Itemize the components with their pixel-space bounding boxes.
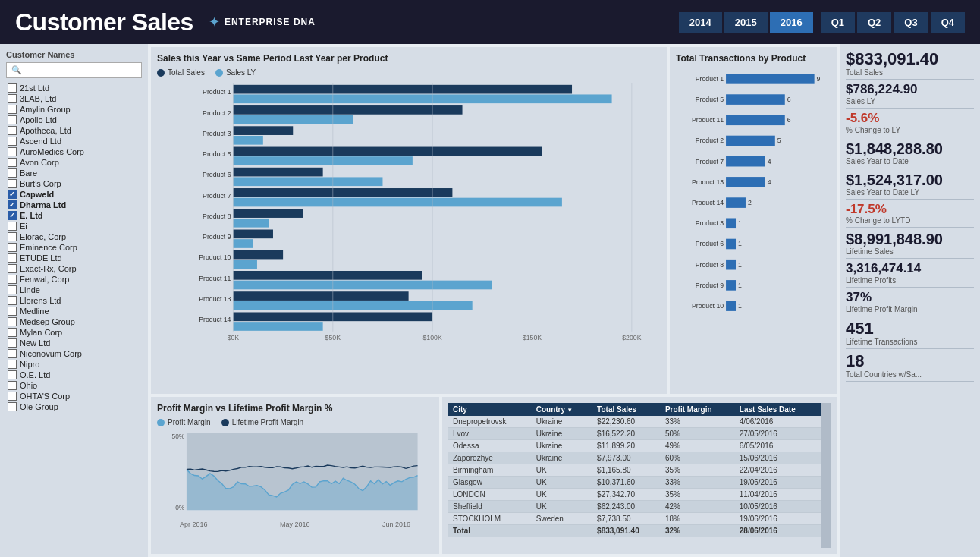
table-row[interactable]: ZaporozhyeUkraine$7,973.0060%15/06/2016 — [448, 452, 821, 464]
customer-checkbox[interactable] — [8, 83, 17, 93]
year-2016-button[interactable]: 2016 — [770, 12, 813, 33]
search-box[interactable]: 🔍 — [6, 62, 142, 78]
customer-item[interactable]: Medline — [6, 306, 142, 316]
customer-checkbox[interactable] — [8, 317, 17, 326]
svg-rect-77 — [726, 280, 736, 291]
customer-item[interactable]: Eminence Corp — [6, 242, 142, 253]
customer-checkbox[interactable] — [8, 402, 17, 411]
customer-item[interactable]: Ohio — [6, 380, 142, 391]
customer-item[interactable]: ETUDE Ltd — [6, 253, 142, 263]
kpi-item-8: 37%Lifetime Profit Margin — [846, 291, 974, 316]
customer-checkbox[interactable] — [8, 381, 17, 390]
customer-name: Nipro — [20, 360, 39, 369]
customer-checkbox[interactable] — [8, 328, 17, 337]
data-table: CityCountry ▼Total SalesProfit MarginLas… — [448, 403, 821, 537]
customer-checkbox[interactable] — [8, 285, 17, 294]
customer-checkbox[interactable] — [8, 360, 17, 369]
svg-text:1: 1 — [738, 240, 742, 247]
customer-item[interactable]: Exact-Rx, Corp — [6, 263, 142, 274]
bar-chart-area: Product 1Product 2Product 3Product 5Prod… — [157, 80, 661, 353]
customer-name: Apollo Ltd — [20, 115, 57, 124]
customer-item[interactable]: Ei — [6, 221, 142, 231]
customer-item[interactable]: Mylan Corp — [6, 327, 142, 338]
customer-checkbox[interactable] — [8, 370, 17, 379]
customer-checkbox[interactable] — [8, 222, 17, 231]
kpi-value-1: $786,224.90 — [846, 83, 974, 97]
customer-item[interactable]: Fenwal, Corp — [6, 274, 142, 285]
table-cell: Ukraine — [532, 440, 592, 452]
q4-button[interactable]: Q4 — [931, 12, 965, 33]
table-row[interactable]: STOCKHOLMSweden$7,738.5018%19/06/2016 — [448, 513, 821, 525]
customer-item[interactable]: O.E. Ltd — [6, 370, 142, 380]
customer-checkbox[interactable]: ✓ — [8, 190, 17, 199]
q1-button[interactable]: Q1 — [821, 12, 855, 33]
table-cell: 19/06/2016 — [735, 513, 821, 525]
kpi-item-7: 3,316,474.14Lifetime Profits — [846, 262, 974, 288]
customer-checkbox[interactable] — [8, 105, 17, 114]
customer-item[interactable]: Apollo Ltd — [6, 115, 142, 125]
customer-checkbox[interactable]: ✓ — [8, 200, 17, 209]
table-row[interactable]: LvovUkraine$16,522.2050%27/05/2016 — [448, 428, 821, 440]
customer-checkbox[interactable] — [8, 296, 17, 305]
table-row[interactable]: GlasgowUK$10,371.6033%19/06/2016 — [448, 477, 821, 489]
customer-item[interactable]: Amylin Group — [6, 104, 142, 115]
year-2014-button[interactable]: 2014 — [679, 12, 722, 33]
customer-checkbox[interactable] — [8, 392, 17, 401]
customer-checkbox[interactable] — [8, 168, 17, 178]
customer-checkbox[interactable] — [8, 179, 17, 188]
year-2015-button[interactable]: 2015 — [724, 12, 768, 33]
customer-item[interactable]: Llorens Ltd — [6, 295, 142, 306]
customer-item[interactable]: Bare — [6, 168, 142, 178]
table-row[interactable]: DnepropetrovskUkraine$22,230.6033%4/06/2… — [448, 416, 821, 428]
customer-checkbox[interactable] — [8, 137, 17, 146]
customer-item[interactable]: ✓Dharma Ltd — [6, 200, 142, 210]
customer-item[interactable]: 21st Ltd — [6, 83, 142, 93]
kpi-value-8: 37% — [846, 291, 974, 305]
svg-text:Product 14: Product 14 — [692, 199, 724, 206]
content-area: Sales this Year vs Same Period Last Year… — [148, 44, 840, 557]
bar-chart-svg: Product 1Product 2Product 3Product 5Prod… — [157, 80, 661, 353]
customer-item[interactable]: ✓Capweld — [6, 189, 142, 200]
customer-checkbox[interactable] — [8, 147, 17, 156]
customer-checkbox[interactable] — [8, 126, 17, 135]
table-row[interactable]: LONDONUK$27,342.7035%11/04/2016 — [448, 489, 821, 501]
table-scrollbar[interactable] — [821, 403, 831, 548]
customer-item[interactable]: Linde — [6, 285, 142, 295]
kpi-label-9: Lifetime Transactions — [846, 338, 974, 349]
customer-item[interactable]: Nipro — [6, 359, 142, 370]
customer-item[interactable]: OHTA'S Corp — [6, 391, 142, 401]
svg-text:0%: 0% — [175, 504, 185, 511]
q3-button[interactable]: Q3 — [894, 12, 928, 33]
search-input[interactable] — [25, 66, 137, 75]
customer-checkbox[interactable] — [8, 115, 17, 124]
customer-item[interactable]: Ole Group — [6, 401, 142, 412]
customer-checkbox[interactable] — [8, 264, 17, 273]
customer-checkbox[interactable] — [8, 253, 17, 263]
customer-item[interactable]: Elorac, Corp — [6, 231, 142, 242]
customer-checkbox[interactable] — [8, 349, 17, 358]
customer-checkbox[interactable] — [8, 338, 17, 348]
customer-checkbox[interactable] — [8, 232, 17, 241]
total-cell: $833,091.40 — [592, 525, 661, 537]
customer-item[interactable]: Avon Corp — [6, 157, 142, 168]
customer-item[interactable]: Medsep Group — [6, 316, 142, 327]
customer-checkbox[interactable] — [8, 275, 17, 284]
customer-checkbox[interactable]: ✓ — [8, 211, 17, 220]
customer-item[interactable]: ✓E. Ltd — [6, 210, 142, 221]
table-row[interactable]: BirminghamUK$1,165.8035%22/04/2016 — [448, 464, 821, 477]
customer-checkbox[interactable] — [8, 158, 17, 167]
customer-checkbox[interactable] — [8, 307, 17, 316]
customer-item[interactable]: Burt's Corp — [6, 178, 142, 189]
customer-item[interactable]: Apotheca, Ltd — [6, 125, 142, 136]
table-row[interactable]: SheffieldUK$62,243.0042%10/05/2016 — [448, 501, 821, 513]
q2-button[interactable]: Q2 — [857, 12, 891, 33]
profit-x-apr: Apr 2016 — [180, 521, 208, 528]
customer-item[interactable]: Ascend Ltd — [6, 136, 142, 146]
customer-item[interactable]: AuroMedics Corp — [6, 146, 142, 157]
customer-item[interactable]: 3LAB, Ltd — [6, 93, 142, 104]
customer-item[interactable]: Niconovum Corp — [6, 348, 142, 359]
customer-item[interactable]: New Ltd — [6, 338, 142, 348]
table-row[interactable]: OdessaUkraine$11,899.2049%6/05/2016 — [448, 440, 821, 452]
customer-checkbox[interactable] — [8, 94, 17, 103]
customer-checkbox[interactable] — [8, 243, 17, 252]
